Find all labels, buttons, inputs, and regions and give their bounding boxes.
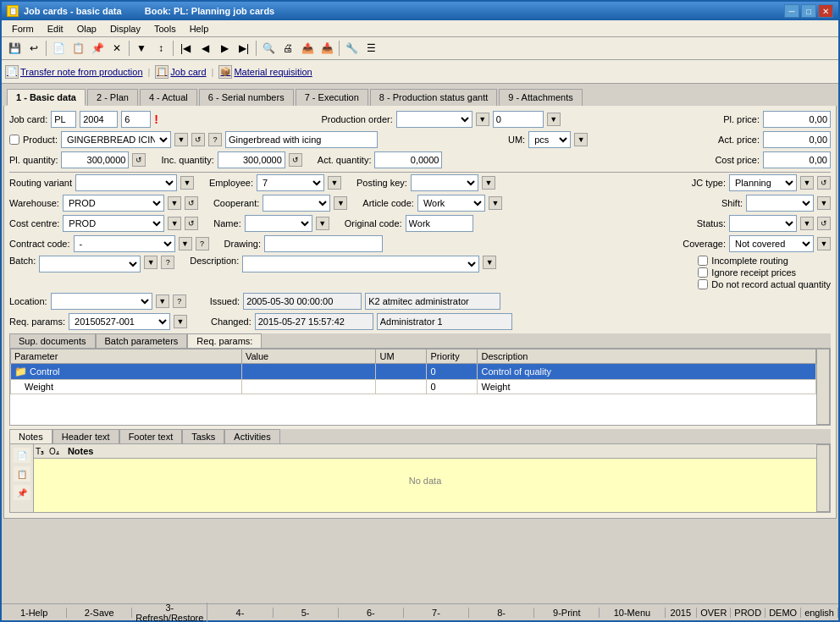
cost-centre-select[interactable]: PROD (63, 215, 164, 232)
status-key-1-help[interactable]: 1-Help (2, 608, 67, 618)
coverage-btn[interactable]: ▼ (817, 237, 831, 250)
tab-execution[interactable]: 7 - Execution (296, 89, 368, 106)
name-btn[interactable]: ▼ (316, 217, 329, 230)
incomplete-routing-check[interactable]: Incomplete routing (698, 256, 831, 266)
jc-type-btn2[interactable]: ↺ (817, 176, 831, 190)
table-scrollbar[interactable] (816, 349, 830, 425)
status-key-9-print[interactable]: 9-Print (534, 608, 600, 618)
nav-first[interactable]: |◀ (176, 39, 195, 58)
notes-icon-2[interactable]: 📋 (14, 466, 30, 482)
production-order-select[interactable] (396, 111, 472, 128)
tab-serial-numbers[interactable]: 6 - Serial numbers (199, 89, 294, 106)
status-key-2-save[interactable]: 2-Save (67, 608, 132, 618)
product-select[interactable]: GINGERBREAD ICING (61, 131, 171, 148)
minimize-button[interactable]: ─ (784, 4, 799, 18)
menu-help[interactable]: Help (183, 22, 216, 36)
notes-icon-3[interactable]: 📌 (14, 485, 30, 500)
status-key-10-menu[interactable]: 10-Menu (600, 608, 665, 618)
do-not-record-checkbox[interactable] (698, 279, 708, 289)
tab-tasks[interactable]: Tasks (182, 429, 224, 443)
tab-actual[interactable]: 4 - Actual (140, 89, 197, 106)
routing-btn[interactable]: ▼ (180, 176, 194, 190)
delete-button[interactable]: ✕ (108, 39, 126, 58)
status-key-3-refresh[interactable]: 3-Refresh/Restore (132, 603, 207, 623)
nav-prev[interactable]: ◀ (196, 39, 214, 58)
req-params-select[interactable]: 20150527-001 (69, 313, 170, 330)
employee-btn[interactable]: ▼ (328, 176, 341, 190)
cooperant-btn[interactable]: ▼ (334, 196, 347, 210)
menu-display[interactable]: Display (103, 22, 147, 36)
job-card-num[interactable] (121, 111, 151, 128)
description-btn[interactable]: ▼ (483, 256, 496, 269)
status-key-4[interactable]: 4- (207, 608, 273, 618)
cost-centre-btn2[interactable]: ↺ (185, 217, 198, 230)
act-quantity-input[interactable] (374, 151, 442, 168)
tab-batch-parameters[interactable]: Batch parameters (96, 333, 188, 348)
tools-btn[interactable]: 🔧 (342, 39, 361, 58)
incomplete-routing-checkbox[interactable] (698, 256, 708, 266)
shift-select[interactable] (746, 195, 814, 212)
warehouse-btn1[interactable]: ▼ (168, 196, 181, 210)
import-btn[interactable]: 📥 (318, 39, 336, 58)
req-params-btn[interactable]: ▼ (174, 315, 187, 328)
tab-req-params[interactable]: Req. params: (187, 333, 262, 348)
job-card-year[interactable] (80, 111, 118, 128)
tab-attachments[interactable]: 9 - Attachments (499, 89, 582, 106)
cooperant-select[interactable] (262, 195, 330, 212)
search-btn[interactable]: 🔍 (259, 39, 278, 58)
status-btn1[interactable]: ▼ (800, 217, 814, 230)
print-btn[interactable]: 🖨 (279, 39, 297, 58)
prod-order-btn2[interactable]: ▼ (547, 113, 561, 126)
do-not-record-check[interactable]: Do not record actual quantity (698, 279, 831, 289)
save-button[interactable]: 💾 (5, 39, 24, 58)
tab-basic-data[interactable]: 1 - Basic data (7, 89, 86, 106)
status-key-6[interactable]: 6- (339, 608, 404, 618)
table-row[interactable]: Weight 0 Weight (11, 380, 816, 394)
warehouse-select[interactable]: PROD (63, 195, 164, 212)
tab-header-text[interactable]: Header text (52, 429, 119, 443)
tab-gantt[interactable]: 8 - Production status gantt (370, 89, 497, 106)
material-req-btn[interactable]: 📦 Material requisition (218, 65, 312, 79)
jc-type-btn1[interactable]: ▼ (800, 176, 814, 190)
menu-olap[interactable]: Olap (70, 22, 103, 36)
location-btn1[interactable]: ▼ (156, 294, 169, 308)
article-code-btn[interactable]: ▼ (489, 196, 502, 210)
inc-quantity-input[interactable] (218, 151, 285, 168)
ignore-receipt-checkbox[interactable] (698, 267, 708, 278)
menu-tools[interactable]: Tools (147, 22, 183, 36)
export-btn[interactable]: 📤 (298, 39, 317, 58)
notes-icon-1[interactable]: 📄 (14, 448, 30, 463)
menu-form[interactable]: Form (5, 22, 41, 36)
cost-price-input[interactable] (763, 151, 831, 168)
inc-qty-btn[interactable]: ↺ (289, 153, 302, 167)
tab-notes[interactable]: Notes (9, 429, 52, 443)
employee-select[interactable]: 7 (257, 174, 324, 191)
routing-variant-select[interactable] (75, 174, 177, 191)
warehouse-btn2[interactable]: ↺ (185, 196, 198, 210)
name-select[interactable] (245, 215, 312, 232)
jc-type-select[interactable]: Planning (729, 174, 797, 191)
batch-select[interactable] (39, 256, 141, 272)
um-select[interactable]: pcs (528, 131, 571, 148)
production-order-val[interactable] (493, 111, 544, 128)
status-key-5[interactable]: 5- (274, 608, 339, 618)
cost-centre-btn1[interactable]: ▼ (168, 217, 181, 230)
job-card-pl[interactable] (51, 111, 76, 128)
tab-activities[interactable]: Activities (224, 429, 279, 443)
sort-button[interactable]: ↕ (152, 39, 170, 58)
close-button[interactable]: ✕ (818, 4, 833, 18)
notes-scrollbar[interactable] (816, 444, 830, 512)
coverage-select[interactable]: Not covered (729, 235, 814, 252)
act-price-input[interactable] (763, 131, 831, 148)
filter-button[interactable]: ▼ (132, 39, 151, 58)
article-code-select[interactable]: Work (417, 195, 485, 212)
pl-quantity-input[interactable] (61, 151, 129, 168)
pl-qty-btn[interactable]: ↺ (132, 153, 146, 167)
status-btn2[interactable]: ↺ (817, 217, 831, 230)
posting-key-select[interactable] (411, 174, 478, 191)
product-checkbox[interactable] (9, 135, 19, 145)
status-key-7[interactable]: 7- (404, 608, 469, 618)
batch-btn1[interactable]: ▼ (144, 256, 158, 269)
tab-footer-text[interactable]: Footer text (119, 429, 183, 443)
job-card-btn[interactable]: 📋 Job card (155, 65, 206, 79)
